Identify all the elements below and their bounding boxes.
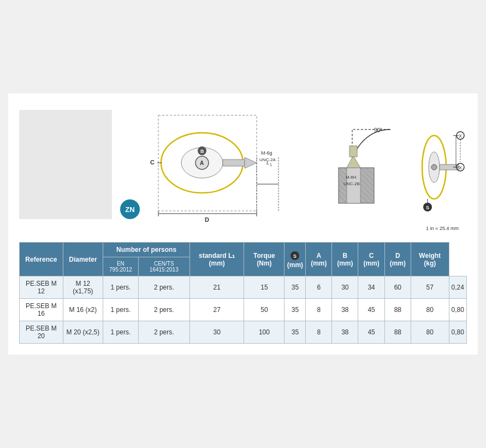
s-icon-svg: S xyxy=(287,250,303,261)
zn-label: ZN xyxy=(125,205,134,214)
middle-diagram: A B C D L 1 xyxy=(117,110,330,225)
table-cell: PE.SEB M 12 xyxy=(20,276,63,299)
col-diameter: Diameter xyxy=(63,243,103,276)
table-cell: 80 xyxy=(411,321,449,344)
table-cell: 2 pers. xyxy=(138,321,189,344)
side-profile-container: X X S 1 in = 25.4 mm xyxy=(418,110,467,231)
col-d: D (mm) xyxy=(384,243,411,276)
table-cell: 6 xyxy=(306,276,332,299)
svg-rect-37 xyxy=(349,146,357,157)
svg-text:X: X xyxy=(459,165,462,170)
scale-label: 1 in = 25.4 mm xyxy=(426,226,459,231)
svg-text:UNC-2A: UNC-2A xyxy=(259,157,276,162)
zn-badge: ZN xyxy=(120,199,140,219)
table-cell: 38 xyxy=(332,299,358,321)
cross-section-svg: 90° xyxy=(336,113,407,228)
table-cell: PE.SEB M 20 xyxy=(20,321,63,344)
table-cell: 2 pers. xyxy=(138,299,189,321)
col-cents-standard: CEN/TS 16415:2013 xyxy=(138,257,189,276)
table-cell: 45 xyxy=(358,299,384,321)
svg-text:S: S xyxy=(293,254,297,259)
col-reference: Reference xyxy=(20,243,63,276)
svg-text:S: S xyxy=(426,205,429,210)
middle-diagram-svg: A B C D L 1 xyxy=(147,110,300,225)
table-cell: 8 xyxy=(306,299,332,321)
table-cell: 1 pers. xyxy=(103,299,138,321)
table-cell: 1 pers. xyxy=(103,276,138,299)
table-row: PE.SEB M 16M 16 (x2)1 pers.2 pers.275035… xyxy=(20,299,467,321)
table-cell: 21 xyxy=(189,276,244,299)
table-cell: 88 xyxy=(384,299,411,321)
table-cell: PE.SEB M 16 xyxy=(20,299,63,321)
col-a: A (mm) xyxy=(306,243,332,276)
col-c: C (mm) xyxy=(358,243,384,276)
photo-placeholder xyxy=(19,110,112,219)
right-diagrams: 90° xyxy=(336,110,467,231)
table-cell: 35 xyxy=(285,276,306,299)
table-cell: 0,80 xyxy=(449,321,466,344)
table-cell: 30 xyxy=(189,321,244,344)
table-cell: M 16 (x2) xyxy=(63,299,103,321)
table-cell: 45 xyxy=(358,321,384,344)
table-cell: 8 xyxy=(306,321,332,344)
table-cell: 1 pers. xyxy=(103,321,138,344)
svg-text:A: A xyxy=(200,160,204,166)
table-cell: 2 pers. xyxy=(138,276,189,299)
col-s: S (mm) xyxy=(285,243,306,276)
table-cell: M 12 (x1,75) xyxy=(63,276,103,299)
col-num-persons: Number of persons xyxy=(103,243,190,257)
svg-point-42 xyxy=(431,164,437,170)
table-cell: 30 xyxy=(332,276,358,299)
table-cell: 27 xyxy=(189,299,244,321)
table-cell: 35 xyxy=(285,321,306,344)
diagram-area: A B C D L 1 xyxy=(19,104,467,237)
table-cell: 0,24 xyxy=(449,276,466,299)
svg-text:D: D xyxy=(205,216,209,223)
svg-text:X: X xyxy=(459,133,462,139)
table-cell: 0,80 xyxy=(449,299,466,321)
col-en-standard: EN 795:2012 xyxy=(103,257,138,276)
table-row: PE.SEB M 12M 12 (x1,75)1 pers.2 pers.211… xyxy=(20,276,467,299)
svg-text:M-6H: M-6H xyxy=(346,175,357,180)
svg-text:UNC-2B: UNC-2B xyxy=(343,181,360,186)
svg-marker-36 xyxy=(347,156,360,168)
table-cell: 80 xyxy=(411,299,449,321)
col-b: B (mm) xyxy=(332,243,358,276)
svg-marker-5 xyxy=(245,157,257,168)
table-cell: M 20 (x2,5) xyxy=(63,321,103,344)
table-cell: 100 xyxy=(244,321,285,344)
table-cell: 15 xyxy=(244,276,285,299)
table-cell: 88 xyxy=(384,321,411,344)
data-table: Reference Diameter Number of persons sta… xyxy=(19,242,467,344)
table-cell: 60 xyxy=(384,276,411,299)
svg-text:C: C xyxy=(150,159,155,166)
main-container: A B C D L 1 xyxy=(8,93,478,355)
table-row: PE.SEB M 20M 20 (x2,5)1 pers.2 pers.3010… xyxy=(20,321,467,344)
table-cell: 57 xyxy=(411,276,449,299)
table-cell: 35 xyxy=(285,299,306,321)
svg-text:B: B xyxy=(200,149,204,154)
svg-rect-4 xyxy=(223,160,245,166)
svg-text:M-6g: M-6g xyxy=(261,150,272,156)
col-l1: standard L₁ (mm) xyxy=(189,243,244,276)
table-cell: 34 xyxy=(358,276,384,299)
table-cell: 50 xyxy=(244,299,285,321)
side-profile-svg: X X S xyxy=(418,110,467,225)
col-torque: Torque (Nm) xyxy=(244,243,285,276)
svg-text:1: 1 xyxy=(270,163,272,167)
table-cell: 38 xyxy=(332,321,358,344)
col-weight: Weight (kg) xyxy=(411,243,449,276)
